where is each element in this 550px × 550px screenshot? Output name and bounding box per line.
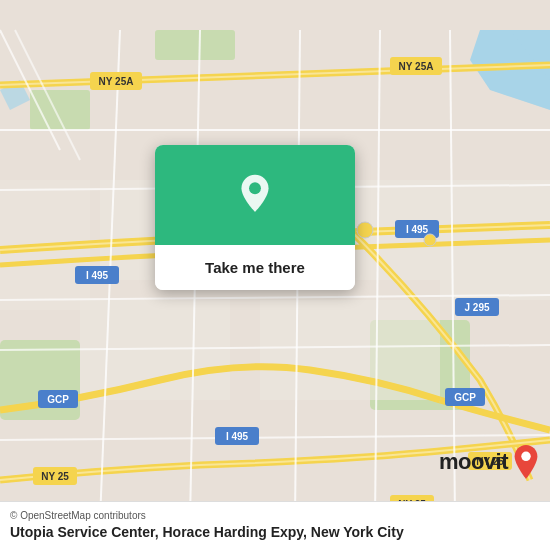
svg-text:I 495: I 495 [226, 431, 249, 442]
svg-text:I 495: I 495 [406, 224, 429, 235]
svg-rect-11 [260, 300, 440, 400]
take-me-there-button[interactable]: Take me there [155, 245, 355, 290]
cta-card: Take me there [155, 145, 355, 290]
cta-card-header [155, 145, 355, 245]
moovit-pin-icon [512, 444, 540, 480]
svg-point-53 [521, 452, 530, 461]
svg-text:GCP: GCP [454, 392, 476, 403]
svg-text:I 495: I 495 [86, 270, 109, 281]
svg-text:GCP: GCP [47, 394, 69, 405]
svg-text:NY 25: NY 25 [41, 471, 69, 482]
location-pin-icon [233, 173, 277, 217]
copyright-text: © OpenStreetMap contributors [10, 510, 540, 521]
map-container: NY 25A NY 25A I 495 I 495 I 495 J 295 GC… [0, 0, 550, 550]
location-title: Utopia Service Center, Horace Harding Ex… [10, 524, 540, 540]
svg-text:J 295: J 295 [464, 302, 489, 313]
svg-point-51 [424, 234, 436, 246]
moovit-logo: moovit [439, 444, 540, 480]
moovit-text: moovit [439, 449, 508, 475]
svg-rect-7 [155, 30, 235, 60]
svg-point-50 [357, 222, 373, 238]
svg-text:NY 25A: NY 25A [99, 76, 134, 87]
svg-point-52 [249, 182, 261, 194]
svg-text:NY 25A: NY 25A [399, 61, 434, 72]
bottom-bar: © OpenStreetMap contributors Utopia Serv… [0, 501, 550, 550]
